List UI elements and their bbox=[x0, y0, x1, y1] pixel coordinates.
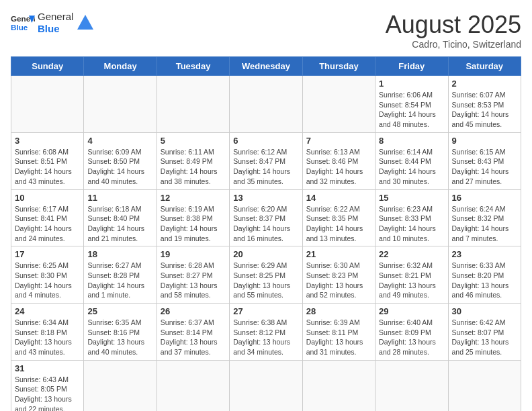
day-info: Sunrise: 6:30 AMSunset: 8:23 PMDaylight:… bbox=[306, 261, 371, 300]
day-number: 5 bbox=[161, 136, 226, 146]
day-number: 9 bbox=[452, 136, 517, 146]
calendar-cell: 20Sunrise: 6:29 AMSunset: 8:25 PMDayligh… bbox=[230, 246, 302, 304]
day-info: Sunrise: 6:23 AMSunset: 8:33 PMDaylight:… bbox=[379, 204, 444, 244]
weekday-header-thursday: Thursday bbox=[302, 57, 375, 76]
logo-blue: Blue bbox=[38, 23, 73, 35]
day-info: Sunrise: 6:06 AMSunset: 8:54 PMDaylight:… bbox=[379, 90, 444, 130]
day-info: Sunrise: 6:24 AMSunset: 8:32 PMDaylight:… bbox=[452, 204, 517, 244]
day-number: 4 bbox=[87, 136, 152, 146]
calendar-cell: 24Sunrise: 6:34 AMSunset: 8:18 PMDayligh… bbox=[11, 304, 84, 361]
day-info: Sunrise: 6:37 AMSunset: 8:14 PMDaylight:… bbox=[161, 318, 226, 357]
day-number: 7 bbox=[306, 136, 371, 146]
calendar-week-2: 3Sunrise: 6:08 AMSunset: 8:51 PMDaylight… bbox=[11, 132, 521, 189]
calendar-week-3: 10Sunrise: 6:17 AMSunset: 8:41 PMDayligh… bbox=[11, 189, 521, 246]
day-info: Sunrise: 6:14 AMSunset: 8:44 PMDaylight:… bbox=[379, 147, 444, 187]
calendar-cell bbox=[302, 76, 375, 133]
day-info: Sunrise: 6:39 AMSunset: 8:11 PMDaylight:… bbox=[306, 318, 371, 357]
calendar-cell: 3Sunrise: 6:08 AMSunset: 8:51 PMDaylight… bbox=[11, 132, 84, 189]
day-number: 24 bbox=[15, 306, 80, 316]
day-number: 28 bbox=[306, 306, 371, 316]
day-info: Sunrise: 6:29 AMSunset: 8:25 PMDaylight:… bbox=[233, 261, 298, 300]
day-number: 21 bbox=[306, 249, 371, 259]
day-info: Sunrise: 6:42 AMSunset: 8:07 PMDaylight:… bbox=[452, 318, 517, 357]
day-number: 15 bbox=[379, 193, 444, 203]
day-info: Sunrise: 6:34 AMSunset: 8:18 PMDaylight:… bbox=[15, 318, 80, 357]
title-section: August 2025 Cadro, Ticino, Switzerland bbox=[386, 11, 521, 50]
calendar-cell bbox=[302, 360, 375, 411]
day-number: 2 bbox=[452, 79, 517, 89]
calendar-cell: 15Sunrise: 6:23 AMSunset: 8:33 PMDayligh… bbox=[375, 189, 448, 246]
calendar-cell bbox=[84, 76, 157, 133]
day-info: Sunrise: 6:17 AMSunset: 8:41 PMDaylight:… bbox=[15, 204, 80, 244]
weekday-header-row: SundayMondayTuesdayWednesdayThursdayFrid… bbox=[11, 57, 521, 76]
day-number: 12 bbox=[161, 193, 226, 203]
calendar-cell: 14Sunrise: 6:22 AMSunset: 8:35 PMDayligh… bbox=[302, 189, 375, 246]
calendar-cell: 6Sunrise: 6:12 AMSunset: 8:47 PMDaylight… bbox=[230, 132, 302, 189]
day-info: Sunrise: 6:11 AMSunset: 8:49 PMDaylight:… bbox=[161, 147, 226, 187]
day-info: Sunrise: 6:18 AMSunset: 8:40 PMDaylight:… bbox=[87, 204, 152, 244]
calendar-table: SundayMondayTuesdayWednesdayThursdayFrid… bbox=[11, 56, 521, 411]
day-number: 25 bbox=[87, 306, 152, 316]
calendar-cell: 21Sunrise: 6:30 AMSunset: 8:23 PMDayligh… bbox=[302, 246, 375, 304]
weekday-header-wednesday: Wednesday bbox=[230, 57, 302, 76]
calendar-cell bbox=[230, 360, 302, 411]
calendar-cell: 23Sunrise: 6:33 AMSunset: 8:20 PMDayligh… bbox=[448, 246, 521, 304]
logo: General Blue General Blue bbox=[11, 11, 95, 35]
day-info: Sunrise: 6:35 AMSunset: 8:16 PMDaylight:… bbox=[87, 318, 152, 357]
svg-text:Blue: Blue bbox=[11, 23, 28, 32]
day-number: 14 bbox=[306, 193, 371, 203]
logo-icon: General Blue bbox=[11, 11, 35, 35]
calendar-cell: 10Sunrise: 6:17 AMSunset: 8:41 PMDayligh… bbox=[11, 189, 84, 246]
calendar-cell: 1Sunrise: 6:06 AMSunset: 8:54 PMDaylight… bbox=[375, 76, 448, 133]
weekday-header-friday: Friday bbox=[375, 57, 448, 76]
weekday-header-tuesday: Tuesday bbox=[157, 57, 229, 76]
day-number: 18 bbox=[87, 249, 152, 259]
day-number: 29 bbox=[379, 306, 444, 316]
calendar-cell bbox=[375, 360, 448, 411]
day-info: Sunrise: 6:43 AMSunset: 8:05 PMDaylight:… bbox=[15, 375, 80, 411]
month-title: August 2025 bbox=[386, 11, 521, 39]
weekday-header-monday: Monday bbox=[84, 57, 157, 76]
calendar-cell: 19Sunrise: 6:28 AMSunset: 8:27 PMDayligh… bbox=[157, 246, 229, 304]
day-info: Sunrise: 6:12 AMSunset: 8:47 PMDaylight:… bbox=[233, 147, 298, 187]
day-number: 1 bbox=[379, 79, 444, 89]
calendar-cell bbox=[84, 360, 157, 411]
day-number: 23 bbox=[452, 249, 517, 259]
day-info: Sunrise: 6:15 AMSunset: 8:43 PMDaylight:… bbox=[452, 147, 517, 187]
calendar-cell: 26Sunrise: 6:37 AMSunset: 8:14 PMDayligh… bbox=[157, 304, 229, 361]
calendar-cell bbox=[157, 76, 229, 133]
day-number: 20 bbox=[233, 249, 298, 259]
calendar-cell: 18Sunrise: 6:27 AMSunset: 8:28 PMDayligh… bbox=[84, 246, 157, 304]
day-number: 22 bbox=[379, 249, 444, 259]
day-info: Sunrise: 6:32 AMSunset: 8:21 PMDaylight:… bbox=[379, 261, 444, 300]
day-info: Sunrise: 6:25 AMSunset: 8:30 PMDaylight:… bbox=[15, 261, 80, 300]
calendar-cell: 31Sunrise: 6:43 AMSunset: 8:05 PMDayligh… bbox=[11, 360, 84, 411]
day-info: Sunrise: 6:20 AMSunset: 8:37 PMDaylight:… bbox=[233, 204, 298, 244]
weekday-header-sunday: Sunday bbox=[11, 57, 84, 76]
svg-marker-3 bbox=[77, 15, 93, 30]
day-number: 3 bbox=[15, 136, 80, 146]
day-number: 13 bbox=[233, 193, 298, 203]
calendar-week-4: 17Sunrise: 6:25 AMSunset: 8:30 PMDayligh… bbox=[11, 246, 521, 304]
day-info: Sunrise: 6:13 AMSunset: 8:46 PMDaylight:… bbox=[306, 147, 371, 187]
day-info: Sunrise: 6:08 AMSunset: 8:51 PMDaylight:… bbox=[15, 147, 80, 187]
calendar-cell bbox=[448, 360, 521, 411]
logo-general: General bbox=[38, 11, 73, 23]
day-number: 16 bbox=[452, 193, 517, 203]
calendar-body: 1Sunrise: 6:06 AMSunset: 8:54 PMDaylight… bbox=[11, 76, 521, 412]
day-number: 11 bbox=[87, 193, 152, 203]
calendar-cell: 22Sunrise: 6:32 AMSunset: 8:21 PMDayligh… bbox=[375, 246, 448, 304]
day-number: 27 bbox=[233, 306, 298, 316]
calendar-cell: 16Sunrise: 6:24 AMSunset: 8:32 PMDayligh… bbox=[448, 189, 521, 246]
day-info: Sunrise: 6:19 AMSunset: 8:38 PMDaylight:… bbox=[161, 204, 226, 244]
calendar-cell: 2Sunrise: 6:07 AMSunset: 8:53 PMDaylight… bbox=[448, 76, 521, 133]
day-info: Sunrise: 6:28 AMSunset: 8:27 PMDaylight:… bbox=[161, 261, 226, 300]
calendar-cell: 13Sunrise: 6:20 AMSunset: 8:37 PMDayligh… bbox=[230, 189, 302, 246]
calendar-cell: 30Sunrise: 6:42 AMSunset: 8:07 PMDayligh… bbox=[448, 304, 521, 361]
calendar-cell: 29Sunrise: 6:40 AMSunset: 8:09 PMDayligh… bbox=[375, 304, 448, 361]
day-info: Sunrise: 6:27 AMSunset: 8:28 PMDaylight:… bbox=[87, 261, 152, 300]
calendar-week-1: 1Sunrise: 6:06 AMSunset: 8:54 PMDaylight… bbox=[11, 76, 521, 133]
day-number: 6 bbox=[233, 136, 298, 146]
day-number: 31 bbox=[15, 363, 80, 373]
day-info: Sunrise: 6:22 AMSunset: 8:35 PMDaylight:… bbox=[306, 204, 371, 244]
